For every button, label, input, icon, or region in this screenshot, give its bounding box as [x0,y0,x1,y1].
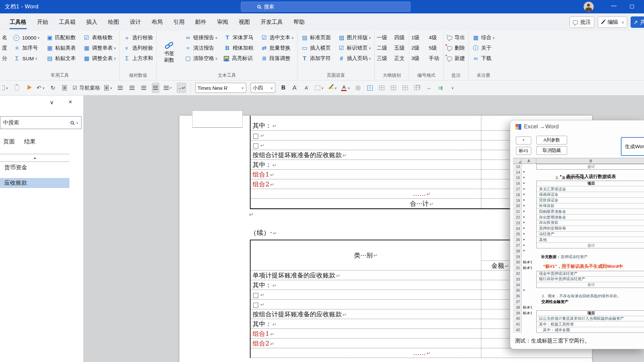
bold-icon[interactable]: B [280,83,287,93]
cell-a[interactable]: * [522,288,536,294]
grid-row[interactable]: 20 * 外埠存款 [513,203,644,209]
row-number[interactable]: 42 [513,327,522,333]
font-size-select[interactable]: 小四∨ [251,83,275,93]
tab-mark-icon[interactable]: →↵ [177,83,186,93]
row-number[interactable]: 16 [513,181,522,186]
grid-row[interactable]: 41 其中：权益工具投资 [513,321,644,327]
unhide-button[interactable]: 取消隐藏 [536,146,567,155]
ribbon-tab[interactable]: 帮助 [289,16,309,28]
maximize-button[interactable] [630,5,634,8]
cell-a[interactable] [522,282,536,288]
ribbon-tab[interactable]: 视图 [234,16,254,28]
grid-row[interactable]: 32 现金中质押或冻结资产 [513,271,644,277]
shrink-font-icon[interactable]: Aˇ [303,83,311,93]
cell-a[interactable] [522,254,536,260]
ribbon-button[interactable]: B楷体加粗 [222,43,256,53]
a-column-params-button[interactable]: A列参数 [536,136,567,144]
grid-row[interactable]: 28 * [513,248,644,254]
row-number[interactable]: 41 [513,321,522,327]
cell-a[interactable]: * [522,232,536,237]
cell-a[interactable]: * [522,170,536,175]
nav-pane-toggle[interactable]: ☑导航窗格 [73,83,100,93]
ribbon-button[interactable]: ▨图片排版∨ [336,33,372,43]
number-format-button[interactable]: 2级 [411,45,424,52]
cell-b[interactable]: 现金中质押或冻结资产 [536,271,644,277]
grid-row[interactable]: 22 * 存出套期准备金 [513,215,644,220]
generate-word-button[interactable]: 生成Word [621,137,644,156]
ribbon-tab[interactable]: 邮件 [191,16,211,28]
ribbon-button[interactable]: ÷10000∨ [12,33,41,43]
grid-row[interactable]: 42 其中：成本金额 [513,327,644,333]
row-number[interactable]: 17 [513,186,522,192]
outline-level-button[interactable]: 二级 [377,45,389,52]
cell-b[interactable]: 合计 [536,282,644,288]
cell-b[interactable]: 存出套期准备金 [536,215,644,220]
pane-tab-pages[interactable]: 页面 [3,138,15,145]
ribbon-button[interactable]: ▤标准页面 [300,33,333,43]
edit-mode-button[interactable]: 编辑 ∨ [598,16,627,28]
ribbon-button[interactable]: ▦综合∨ [471,33,496,43]
heading-item[interactable]: 货币资金 [0,163,69,173]
number-format-button[interactable]: 4级 [429,34,441,41]
cell-b[interactable]: 2、其他货币资金*，表示不导入该行数据或表 [536,175,644,181]
ribbon-tab[interactable]: 工具格 [5,16,31,28]
mark-button[interactable]: 标#1 [516,147,531,155]
row-number[interactable]: 37 [513,299,522,305]
cell-b[interactable]: 合计 [536,243,644,248]
cell-a[interactable]: * [522,226,536,232]
ribbon-tab[interactable]: 设计 [125,16,145,28]
row-number[interactable]: 25 [513,232,522,237]
excel-to-word-panel[interactable]: Excel →Word * A列参数 标#1 取消隐藏 生成Word A B 1… [510,120,644,349]
grid-row[interactable]: 15 * 2、其他货币资金*，表示不导入该行数据或表 [513,175,644,181]
font-name-select[interactable]: Times New R∨ [195,83,246,93]
grid-row[interactable]: 24 * 质押的定期存单 [513,226,644,232]
grid-row[interactable]: 27 * 合计 [513,243,644,248]
outline-level-button[interactable]: 正文 [394,55,407,62]
ribbon-button[interactable]: ≈清洁报告 [183,43,219,53]
ribbon-button[interactable]: ▦粘贴美表 [45,43,78,53]
ribbon-button[interactable]: ⇄批量替换 [259,43,295,53]
cell-a[interactable]: * [522,243,536,248]
grow-font-icon[interactable]: Aˆ [291,83,299,93]
format-painter-icon[interactable] [25,83,32,93]
row-number[interactable]: 14 [513,170,522,175]
cell-a[interactable] [522,293,536,299]
cell-a[interactable]: * [522,203,536,209]
bookmark-refresh-button[interactable]: 书签 刷数 [159,33,179,72]
ribbon-button[interactable]: ■高亮标识 [222,54,256,63]
grid-row[interactable]: 38 标#1 [513,305,644,310]
outline-level-button[interactable]: 三级 [377,55,389,62]
ribbon-button[interactable]: ☑标识错页∨ [336,43,372,53]
row-number[interactable]: 23 [513,220,522,226]
cell-b[interactable]: 项目 [536,310,644,316]
cell-b[interactable]: 保函保证金 [536,192,644,198]
number-format-button[interactable]: 1级 [411,34,424,41]
cell-a[interactable] [522,299,536,305]
cell-b[interactable]: 合计 [536,164,644,170]
ribbon-tab[interactable]: 插入 [82,16,102,28]
ribbon-button[interactable]: ☑选中文本∨ [259,33,295,43]
row-number[interactable]: 29 [513,254,522,260]
cell-a[interactable]: 标#1 [522,305,536,310]
minimize-button[interactable]: — [609,3,619,11]
circle-tool-icon[interactable] [355,83,362,93]
row-number[interactable]: 28 [513,248,522,254]
column-header-a[interactable]: A [522,158,536,164]
ribbon-button[interactable]: ▭插入横页 [300,43,333,53]
paste-icon[interactable] [13,83,20,93]
justify-icon[interactable] [152,83,159,93]
copy-table-icon[interactable] [413,83,421,93]
double-arrow-right-icon[interactable]: ⇉ [437,83,444,93]
cell-b[interactable]: 其中：成本金额 [536,327,644,333]
ribbon-button[interactable]: #插入页码∨ [336,54,372,63]
cell-a[interactable]: * [522,220,536,226]
align-left-icon[interactable] [117,83,124,93]
ribbon-button[interactable]: T添加字符 [300,54,333,63]
comment-action-button[interactable]: ×删除 [446,43,466,53]
cell-b[interactable]: 项目 [536,181,644,186]
share-button[interactable]: ↗ 共 [631,16,644,28]
grid-row[interactable]: 26 * 其他 [513,237,644,243]
comment-action-button[interactable]: +新建 [446,54,466,63]
cell-a[interactable]: 标#1 [522,260,536,265]
avatar[interactable] [584,2,594,12]
